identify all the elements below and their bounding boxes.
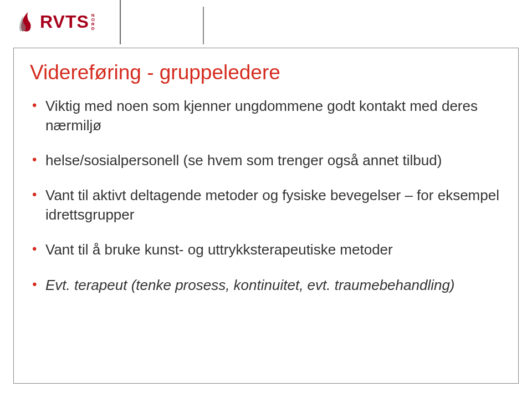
bullet-list: Viktig med noen som kjenner ungdommene g… — [30, 96, 502, 295]
divider-line — [120, 0, 121, 44]
bullet-item: Vant til aktivt deltagende metoder og fy… — [30, 186, 502, 225]
bullet-item: helse/sosialpersonell (se hvem som treng… — [30, 151, 502, 170]
bullet-item: Viktig med noen som kjenner ungdommene g… — [30, 96, 502, 135]
logo: RVTS N O R D — [18, 11, 95, 32]
slide-content: Videreføring - gruppeledere Viktig med n… — [30, 61, 502, 311]
logo-nord-letter: D — [91, 27, 95, 31]
divider-line — [203, 7, 204, 44]
slide-title: Videreføring - gruppeledere — [30, 61, 502, 84]
bullet-item: Vant til å bruke kunst- og uttrykksterap… — [30, 240, 502, 259]
logo-text: RVTS — [40, 12, 89, 32]
flame-icon — [18, 11, 38, 32]
logo-subtext: N O R D — [91, 13, 95, 31]
bullet-item: Evt. terapeut (tenke prosess, kontinuite… — [30, 276, 502, 295]
